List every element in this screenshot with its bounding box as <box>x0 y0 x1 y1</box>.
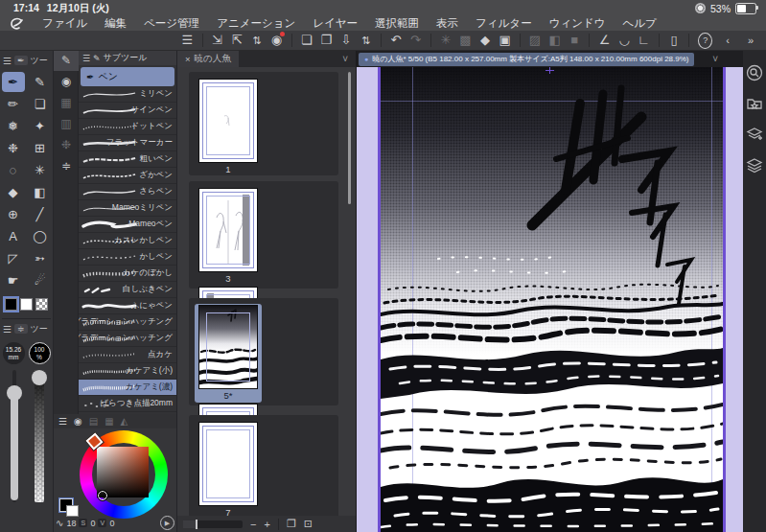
tool-text[interactable]: A <box>2 226 25 246</box>
layer-property-icon[interactable] <box>746 126 763 143</box>
saturation-value-box[interactable] <box>97 447 149 497</box>
menu-page-manage[interactable]: ページ管理 <box>135 16 208 31</box>
transform-icon[interactable]: ⇱ <box>227 31 247 50</box>
brush-item[interactable]: Mameoミリペン <box>79 200 176 217</box>
fit-screen-icon[interactable]: ⇲ <box>207 31 227 50</box>
color-set-tab-icon[interactable]: ▦ <box>104 416 113 427</box>
tool-dip-pen[interactable]: ✒ <box>2 72 25 92</box>
brush-item[interactable]: ばらつき点描20mm <box>79 396 176 412</box>
menu-file[interactable]: ファイル <box>34 16 96 31</box>
brush-item[interactable]: ドットペン <box>79 119 176 135</box>
tool-eyedropper[interactable]: ☄ <box>29 270 52 290</box>
tool-balloon[interactable]: ◯ <box>29 226 52 246</box>
color-slider-tab-icon[interactable]: ▤ <box>89 416 98 427</box>
menu-edit[interactable]: 編集 <box>96 16 135 31</box>
quick-access-icon[interactable] <box>746 64 763 81</box>
spread-view-icon[interactable]: ❐ <box>287 518 296 530</box>
brush-size-indicator[interactable]: 15.26 mm <box>3 342 25 364</box>
snap-ruler-icon[interactable]: ∠ <box>594 31 615 50</box>
companion-mode-icon[interactable]: ▯ <box>664 31 685 50</box>
tool-gradient[interactable]: ◧ <box>29 182 52 202</box>
menu-animation[interactable]: アニメーション <box>208 16 304 31</box>
menu-help[interactable]: ヘルプ <box>615 16 665 31</box>
save-options-icon[interactable]: ⇅ <box>356 31 376 50</box>
opacity-slider[interactable] <box>32 370 47 502</box>
brush-size-slider[interactable] <box>7 370 22 502</box>
tool-fill-bucket[interactable]: ◆ <box>2 182 25 202</box>
tool-airbrush[interactable]: ❅ <box>2 116 25 136</box>
brush-item[interactable]: サインペン <box>79 103 176 119</box>
tab-list-chevron-icon[interactable]: ˅ <box>712 54 718 64</box>
snap-grid-icon[interactable]: ∟ <box>634 31 654 50</box>
menu-view[interactable]: 表示 <box>428 16 467 31</box>
brush-item[interactable]: かしペン <box>79 249 176 266</box>
brush-size-slider-knob[interactable] <box>7 385 22 401</box>
export-icon[interactable]: ⇩ <box>337 31 357 50</box>
tool-auto-select[interactable]: ✳ <box>29 160 52 180</box>
brush-item[interactable]: さらペン <box>79 184 176 200</box>
snap-special-ruler-icon[interactable]: ◡ <box>615 31 635 50</box>
fit-page-icon[interactable]: ⊡ <box>304 518 313 530</box>
artwork[interactable] <box>378 67 726 532</box>
page-list-scrollbar[interactable] <box>348 72 351 204</box>
sub-tool-palette-icon[interactable]: ✎ <box>54 51 79 71</box>
brush-item[interactable]: 点カケ <box>79 347 176 363</box>
brush-item[interactable]: ざかペン <box>79 168 176 184</box>
tool-pen[interactable]: ✎ <box>29 72 52 92</box>
color-swatch-pair[interactable] <box>59 498 77 514</box>
page-cell-1[interactable]: 1 <box>195 78 262 176</box>
property-menu-icon[interactable]: ☰ <box>3 324 12 335</box>
tool-marker[interactable]: ✏ <box>2 94 25 114</box>
tool-blend[interactable]: ❉ <box>2 138 25 158</box>
thumbnail-zoom-slider[interactable] <box>183 520 243 528</box>
tone-palette-icon[interactable]: ▦ <box>54 93 79 113</box>
zoom-in-button[interactable]: + <box>264 519 269 530</box>
frame-border-icon[interactable]: ▣ <box>495 31 515 50</box>
color-menu-icon[interactable]: ☰ <box>58 416 67 427</box>
layers-icon[interactable] <box>746 156 763 173</box>
transparent-color[interactable] <box>35 298 48 311</box>
tool-eraser[interactable]: ❏ <box>29 94 52 114</box>
new-page-icon[interactable]: ❏ <box>297 31 317 50</box>
tool-frame[interactable]: ◸ <box>2 248 25 268</box>
brush-item[interactable]: フラットマーカー <box>79 135 176 151</box>
auto-action-icon[interactable]: ▶ <box>160 516 174 530</box>
sv-cursor[interactable] <box>98 491 107 500</box>
canvas-area[interactable]: ● 暁の人魚* 5/50 (B5 182.00 x 257.00mm 製本サイズ… <box>357 51 743 532</box>
menu-window[interactable]: ウィンドウ <box>541 16 615 31</box>
brush-item[interactable]: ふにゃペン <box>79 298 176 314</box>
brush-item[interactable]: 白しぶきペン <box>79 282 176 298</box>
clip-studio-logo[interactable] <box>9 17 24 31</box>
tool-figure[interactable]: ⊞ <box>29 138 52 158</box>
tool-tab-icon[interactable]: ✒ <box>14 56 28 65</box>
selection-icon[interactable]: ▨ <box>525 31 545 50</box>
tool-line[interactable]: ╱ <box>29 204 52 224</box>
menu-selection[interactable]: 選択範囲 <box>366 16 428 31</box>
sub-tool-group-pen[interactable]: ✒ ペン <box>81 67 174 86</box>
color-wheel-tab-icon[interactable]: ◉ <box>74 416 82 427</box>
timeline-palette-icon[interactable]: ▥ <box>54 114 79 134</box>
brush-item[interactable]: ミリペン <box>79 86 176 103</box>
fill-icon[interactable]: ◆ <box>476 31 496 50</box>
brush-item-selected[interactable]: カケアミ(濃) <box>79 380 176 396</box>
page-cell-3[interactable]: 3 <box>195 187 262 286</box>
brush-item[interactable]: カケのぼかし <box>79 266 176 282</box>
undo-icon[interactable]: ↶ <box>386 31 406 50</box>
brush-item[interactable]: グラデーションハッチング <box>79 331 176 347</box>
blend-palette-icon[interactable]: ❉ <box>54 135 79 155</box>
assistive-touch-icon[interactable] <box>695 3 706 13</box>
sub-color-white[interactable] <box>20 298 33 311</box>
chevron-down-icon[interactable]: ˅ <box>342 54 348 64</box>
property-tab-icon[interactable]: ≑ <box>14 324 28 334</box>
opacity-indicator[interactable]: 100 % <box>29 342 51 364</box>
tool-operate[interactable]: ⊕ <box>2 204 25 224</box>
page-cell-7[interactable]: 7 <box>195 421 262 520</box>
material-folder-icon[interactable] <box>746 95 763 112</box>
clip-studio-icon[interactable]: ◉ <box>267 31 287 50</box>
main-menu-icon[interactable]: ☰ <box>177 31 197 50</box>
tool-lasso[interactable]: ◌ <box>2 160 25 180</box>
brush-item[interactable]: 粗いペン <box>79 151 176 168</box>
page-cell-5-selected[interactable]: 5* <box>195 304 262 403</box>
menu-filter[interactable]: フィルター <box>467 16 541 31</box>
document-tab[interactable]: ● 暁の人魚* 5/50 (B5 182.00 x 257.00mm 製本サイズ… <box>359 53 694 66</box>
